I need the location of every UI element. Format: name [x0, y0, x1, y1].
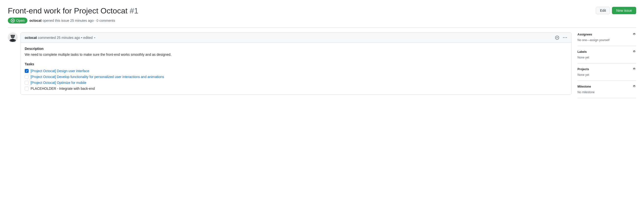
- description-title: Description: [25, 47, 568, 51]
- labels-value: None yet: [578, 56, 636, 59]
- comment-author: octocat: [25, 36, 37, 40]
- header-buttons: Edit New issue: [596, 7, 636, 14]
- sidebar-milestone-section: Milestone No milestone: [578, 81, 636, 98]
- svg-point-7: [14, 35, 15, 36]
- open-icon: [11, 18, 15, 22]
- edited-label: • edited: [81, 36, 93, 40]
- gear-icon: [632, 32, 636, 36]
- task-text: PLACEHOLDER - Integrate with back-end: [30, 86, 95, 90]
- task-item: PLACEHOLDER - Integrate with back-end: [25, 86, 568, 90]
- assignees-title: Assignees: [578, 33, 592, 36]
- issue-title-text: Front-end work for Project Octocat: [8, 6, 128, 15]
- labels-title: Labels: [578, 50, 587, 54]
- svg-point-5: [13, 36, 14, 36]
- sidebar-assignees-section: Assignees No one—assign yourself: [578, 32, 636, 46]
- comment-box: octocat commented 25 minutes ago • edite…: [20, 32, 572, 95]
- comment-wrapper: octocat commented 25 minutes ago • edite…: [8, 32, 572, 95]
- comment-timestamp: commented 25 minutes ago: [38, 36, 80, 40]
- comment-header-left: octocat commented 25 minutes ago • edite…: [25, 36, 96, 40]
- task-checkbox[interactable]: [25, 81, 29, 85]
- issue-title: Front-end work for Project Octocat #1: [8, 6, 138, 16]
- comment-thread: octocat commented 25 minutes ago • edite…: [8, 32, 572, 95]
- edited-button[interactable]: • edited: [81, 36, 96, 40]
- labels-gear-button[interactable]: [632, 50, 636, 54]
- task-link[interactable]: [Project Octocat] Optimize for mobile: [30, 81, 86, 85]
- sidebar-milestone-header: Milestone: [578, 85, 636, 88]
- comment-header: octocat commented 25 minutes ago • edite…: [21, 33, 571, 43]
- assignees-value: No one—assign yourself: [578, 38, 636, 42]
- emoji-icon: [555, 36, 559, 40]
- comment-header-right: [555, 35, 568, 40]
- status-meta: octocat opened this issue 25 minutes ago…: [29, 18, 115, 22]
- task-list: [Project Octocat] Design user interface[…: [25, 69, 568, 90]
- task-text[interactable]: [Project Octocat] Develop functionality …: [30, 75, 164, 79]
- task-item: [Project Octocat] Design user interface: [25, 69, 568, 73]
- status-badge: Open: [8, 18, 28, 24]
- ellipsis-icon: [563, 36, 567, 40]
- sidebar-assignees-header: Assignees: [578, 32, 636, 36]
- task-checkbox[interactable]: [25, 69, 29, 73]
- sidebar: Assignees No one—assign yourself Labels …: [578, 32, 636, 98]
- projects-gear-icon: [632, 67, 636, 71]
- edit-button[interactable]: Edit: [596, 7, 610, 14]
- page-header: Front-end work for Project Octocat #1 Ed…: [8, 6, 636, 16]
- projects-title: Projects: [578, 68, 589, 71]
- svg-point-4: [12, 36, 12, 36]
- tasks-title: Tasks: [25, 62, 568, 66]
- milestone-gear-button[interactable]: [632, 85, 636, 88]
- sidebar-labels-section: Labels None yet: [578, 46, 636, 63]
- milestone-gear-icon: [632, 85, 636, 88]
- projects-gear-button[interactable]: [632, 67, 636, 71]
- status-text: Open: [16, 18, 24, 22]
- issue-number: #1: [130, 6, 138, 15]
- comments-count: 0 comments: [96, 18, 115, 22]
- task-item: [Project Octocat] Develop functionality …: [25, 75, 568, 79]
- header-divider: [8, 28, 636, 28]
- author-link[interactable]: octocat: [29, 18, 42, 22]
- task-checkbox[interactable]: [25, 75, 29, 79]
- sidebar-labels-header: Labels: [578, 50, 636, 54]
- comment-body: Description We need to complete multiple…: [21, 43, 571, 94]
- milestone-value: No milestone: [578, 90, 636, 94]
- milestone-title: Milestone: [578, 85, 591, 88]
- sidebar-projects-section: Projects None yet: [578, 63, 636, 81]
- description-text: We need to complete multiple tasks to ma…: [25, 52, 568, 57]
- chevron-down-icon: [93, 36, 96, 39]
- labels-gear-icon: [632, 50, 636, 54]
- task-text[interactable]: [Project Octocat] Design user interface: [30, 69, 89, 73]
- avatar-image: [8, 33, 17, 42]
- task-checkbox[interactable]: [25, 86, 29, 90]
- projects-value: None yet: [578, 73, 636, 76]
- task-link[interactable]: [Project Octocat] Design user interface: [30, 69, 89, 73]
- sidebar-projects-header: Projects: [578, 67, 636, 71]
- avatar: [8, 32, 18, 42]
- task-item: [Project Octocat] Optimize for mobile: [25, 81, 568, 85]
- task-link[interactable]: [Project Octocat] Develop functionality …: [30, 75, 164, 79]
- svg-point-6: [10, 35, 12, 36]
- main-layout: octocat commented 25 minutes ago • edite…: [8, 32, 636, 98]
- task-text[interactable]: [Project Octocat] Optimize for mobile: [30, 81, 86, 85]
- assignees-gear-button[interactable]: [632, 32, 636, 36]
- new-issue-button[interactable]: New issue: [612, 7, 636, 14]
- emoji-button[interactable]: [555, 35, 560, 40]
- more-options-button[interactable]: [562, 35, 568, 40]
- opened-text: opened this issue 25 minutes ago: [42, 18, 94, 22]
- status-row: Open octocat opened this issue 25 minute…: [8, 18, 636, 24]
